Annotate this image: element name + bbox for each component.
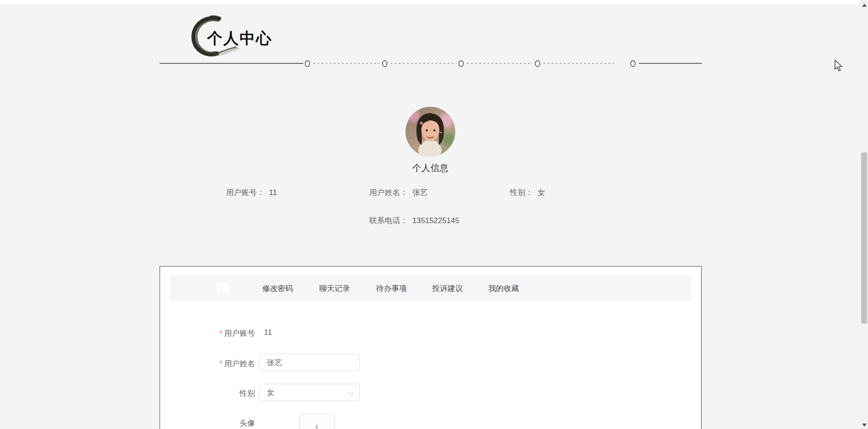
step-dot-5[interactable] xyxy=(630,60,636,67)
step-line-dashed xyxy=(543,63,614,64)
step-line-active xyxy=(160,63,303,64)
step-line-dashed xyxy=(467,63,533,64)
step-dot-2[interactable] xyxy=(382,60,387,67)
tab-favorites[interactable]: 我的收藏 xyxy=(488,283,519,294)
form-avatar-label: 头像 xyxy=(174,418,255,429)
info-gender-value: 女 xyxy=(538,188,545,197)
page-scrollbar[interactable] xyxy=(860,0,868,429)
scrollbar-thumb[interactable] xyxy=(861,153,867,324)
info-phone-value: 13515225145 xyxy=(412,216,459,225)
info-phone: 联系电话：13515225145 xyxy=(369,215,459,226)
info-name: 用户姓名：张艺 xyxy=(369,187,428,198)
step-dot-4[interactable] xyxy=(535,60,540,67)
step-line-dashed xyxy=(313,63,380,64)
name-input[interactable] xyxy=(259,354,360,371)
step-line-dashed xyxy=(391,63,456,64)
step-dot-3[interactable] xyxy=(458,60,464,67)
browser-top-strip xyxy=(0,0,868,5)
tab-active-indicator[interactable] xyxy=(217,282,229,295)
chevron-down-icon xyxy=(349,391,354,395)
avatar-upload-button[interactable] xyxy=(299,414,335,429)
scroll-up-icon[interactable] xyxy=(862,4,867,7)
tab-complaints[interactable]: 投诉建议 xyxy=(432,283,463,294)
form-account-label: *用户账号 xyxy=(174,328,255,338)
info-account-label: 用户账号： xyxy=(226,188,264,197)
app-logo: 个人中心 xyxy=(187,14,377,61)
progress-stepper xyxy=(160,60,702,67)
info-account: 用户账号：11 xyxy=(226,187,277,198)
step-dot-1[interactable] xyxy=(305,60,310,67)
form-name-label: *用户姓名 xyxy=(174,358,255,369)
mouse-cursor-icon xyxy=(833,59,844,72)
info-phone-label: 联系电话： xyxy=(369,216,408,225)
info-account-value: 11 xyxy=(269,188,277,197)
info-gender: 性别：女 xyxy=(510,187,545,198)
info-name-label: 用户姓名： xyxy=(369,188,408,197)
plus-icon xyxy=(316,425,317,429)
tab-todo-items[interactable]: 待办事项 xyxy=(376,283,407,294)
step-line-end xyxy=(639,63,702,64)
tab-change-password[interactable]: 修改密码 xyxy=(262,283,293,294)
tab-bar: 修改密码 聊天记录 待办事项 投诉建议 我的收藏 xyxy=(170,276,692,301)
gender-select-value: 女 xyxy=(267,387,274,398)
profile-edit-card: 修改密码 聊天记录 待办事项 投诉建议 我的收藏 *用户账号 11 *用户姓名 … xyxy=(160,266,702,429)
scroll-down-icon[interactable] xyxy=(862,424,867,427)
form-account-value: 11 xyxy=(264,328,272,337)
gender-select[interactable]: 女 xyxy=(259,384,360,401)
required-asterisk: * xyxy=(219,359,222,368)
profile-section-title: 个人信息 xyxy=(385,162,476,174)
tab-chat-history[interactable]: 聊天记录 xyxy=(319,283,350,294)
user-avatar xyxy=(406,107,455,157)
info-name-value: 张艺 xyxy=(412,188,428,197)
required-asterisk: * xyxy=(219,329,222,338)
info-gender-label: 性别： xyxy=(510,188,533,197)
form-gender-label: 性别 xyxy=(174,388,255,399)
page-title: 个人中心 xyxy=(207,28,272,49)
